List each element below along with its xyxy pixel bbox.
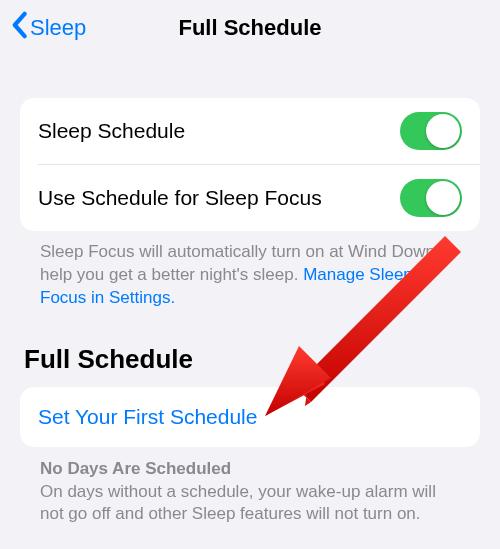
schedule-toggles-card: Sleep Schedule Use Schedule for Sleep Fo…: [20, 98, 480, 231]
focus-footer-text: Sleep Focus will automatically turn on a…: [20, 231, 480, 310]
chevron-left-icon: [10, 11, 28, 45]
sleep-schedule-toggle[interactable]: [400, 112, 462, 150]
sleep-schedule-label: Sleep Schedule: [38, 119, 185, 143]
use-schedule-focus-label: Use Schedule for Sleep Focus: [38, 186, 322, 210]
toggle-knob: [426, 114, 460, 148]
full-schedule-header: Full Schedule: [20, 310, 480, 387]
set-first-schedule-button[interactable]: Set Your First Schedule: [20, 387, 480, 447]
nav-bar: Sleep Full Schedule: [0, 0, 500, 56]
no-days-body: On days without a schedule, your wake-up…: [40, 481, 460, 525]
set-first-schedule-label: Set Your First Schedule: [38, 405, 257, 428]
no-days-footnote: No Days Are Scheduled On days without a …: [20, 447, 480, 525]
back-label: Sleep: [30, 15, 86, 41]
use-schedule-focus-row: Use Schedule for Sleep Focus: [20, 165, 480, 231]
use-schedule-focus-toggle[interactable]: [400, 179, 462, 217]
sleep-schedule-row: Sleep Schedule: [20, 98, 480, 164]
toggle-knob: [426, 181, 460, 215]
back-button[interactable]: Sleep: [10, 11, 86, 45]
no-days-title: No Days Are Scheduled: [40, 459, 460, 479]
